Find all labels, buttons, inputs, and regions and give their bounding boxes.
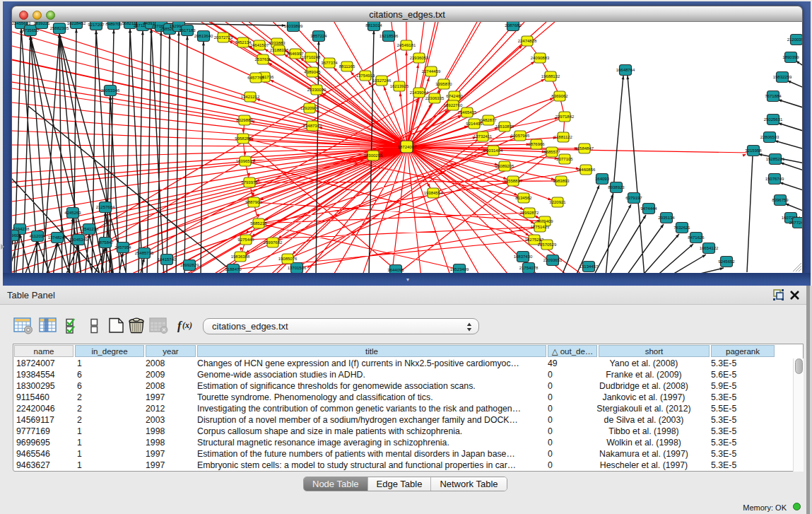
svg-text:23487347: 23487347 <box>303 124 322 128</box>
svg-text:4389045: 4389045 <box>304 70 321 74</box>
svg-text:2077105: 2077105 <box>556 157 573 161</box>
svg-text:20031404: 20031404 <box>484 148 503 153</box>
svg-text:11558837: 11558837 <box>504 179 523 183</box>
svg-text:21257684: 21257684 <box>96 205 115 209</box>
svg-text:7632621: 7632621 <box>673 226 690 230</box>
svg-text:18724007: 18724007 <box>398 145 417 149</box>
svg-text:6379197: 6379197 <box>625 196 642 200</box>
svg-text:6742460: 6742460 <box>446 94 463 98</box>
svg-text:23188315: 23188315 <box>270 48 289 52</box>
svg-text:22570529: 22570529 <box>538 243 557 247</box>
svg-text:16510878: 16510878 <box>495 124 514 129</box>
svg-text:8471626: 8471626 <box>688 235 705 240</box>
svg-text:5685216: 5685216 <box>250 221 267 226</box>
svg-text:22474828: 22474828 <box>518 39 537 43</box>
svg-text:3215958: 3215958 <box>745 148 762 153</box>
svg-text:3917183: 3917183 <box>179 28 196 33</box>
svg-text:1839221: 1839221 <box>33 22 50 25</box>
svg-text:9474444: 9474444 <box>640 206 657 211</box>
svg-text:10057945: 10057945 <box>511 134 530 138</box>
svg-text:13134457: 13134457 <box>579 264 599 269</box>
svg-text:25465435: 25465435 <box>458 110 477 115</box>
svg-text:8489709: 8489709 <box>105 22 122 26</box>
svg-text:5188470: 5188470 <box>225 267 242 271</box>
svg-text:3677374: 3677374 <box>321 61 338 65</box>
svg-text:8813014: 8813014 <box>365 23 382 28</box>
svg-text:9217207: 9217207 <box>88 23 105 27</box>
svg-text:18922760: 18922760 <box>444 103 463 107</box>
svg-text:8685577: 8685577 <box>543 150 560 154</box>
svg-text:22330030: 22330030 <box>307 88 326 92</box>
svg-text:9887903: 9887903 <box>245 200 262 204</box>
svg-text:16396513: 16396513 <box>236 159 255 163</box>
svg-text:24090883: 24090883 <box>531 56 550 60</box>
svg-text:24549181: 24549181 <box>397 43 416 47</box>
svg-text:13748244: 13748244 <box>48 235 67 240</box>
svg-text:2087682: 2087682 <box>505 23 522 28</box>
svg-text:19218506: 19218506 <box>379 34 399 38</box>
svg-text:21754078: 21754078 <box>519 266 539 270</box>
svg-text:7671884: 7671884 <box>765 94 782 98</box>
svg-text:4429607: 4429607 <box>12 233 21 238</box>
svg-text:14460856: 14460856 <box>577 168 596 172</box>
svg-text:164093: 164093 <box>595 177 610 181</box>
svg-text:21200396: 21200396 <box>787 37 803 42</box>
svg-text:19688132: 19688132 <box>541 74 560 78</box>
svg-text:19832259: 19832259 <box>773 75 792 79</box>
svg-text:3644095: 3644095 <box>387 268 404 272</box>
svg-text:20053346: 20053346 <box>101 88 120 93</box>
svg-text:25089205: 25089205 <box>495 164 514 168</box>
svg-text:6482877: 6482877 <box>480 118 497 122</box>
svg-text:3395870: 3395870 <box>435 82 452 86</box>
svg-text:16648764: 16648764 <box>616 68 635 72</box>
svg-text:22306335: 22306335 <box>425 96 445 100</box>
svg-text:1890399: 1890399 <box>782 55 799 59</box>
svg-text:13732411: 13732411 <box>473 134 493 139</box>
svg-text:12541238: 12541238 <box>80 227 99 231</box>
svg-text:2935134: 2935134 <box>658 216 675 220</box>
svg-text:10228452: 10228452 <box>67 22 86 25</box>
svg-text:19523409: 19523409 <box>450 267 469 271</box>
svg-text:10837430: 10837430 <box>514 255 533 259</box>
svg-text:19836388: 19836388 <box>231 255 250 259</box>
svg-text:22744459: 22744459 <box>422 69 441 74</box>
svg-text:19384554: 19384554 <box>424 191 443 195</box>
svg-text:8369062: 8369062 <box>551 94 568 98</box>
svg-text:4245263: 4245263 <box>64 211 81 215</box>
svg-text:2876966: 2876966 <box>528 142 545 146</box>
svg-text:20372723: 20372723 <box>214 35 233 40</box>
svg-text:(x): (x) <box>182 320 192 330</box>
svg-text:8938923: 8938923 <box>608 185 625 189</box>
svg-text:22806503: 22806503 <box>760 135 779 139</box>
svg-text:18300295: 18300295 <box>364 153 383 158</box>
svg-text:13754919: 13754919 <box>356 74 375 78</box>
svg-text:9245652: 9245652 <box>718 259 735 264</box>
svg-text:10327246: 10327246 <box>372 78 392 83</box>
svg-text:23971842: 23971842 <box>555 115 575 119</box>
svg-text:25485735: 25485735 <box>135 251 154 255</box>
svg-text:19285201: 19285201 <box>766 157 785 161</box>
svg-text:15076749: 15076749 <box>765 177 784 181</box>
svg-text:9275445: 9275445 <box>237 238 254 242</box>
svg-text:24641507: 24641507 <box>250 43 269 47</box>
svg-text:16033809: 16033809 <box>284 24 303 28</box>
svg-text:18992829: 18992829 <box>180 263 199 267</box>
svg-text:25997682: 25997682 <box>264 240 283 245</box>
svg-text:4735650: 4735650 <box>22 28 39 33</box>
svg-text:3857224: 3857224 <box>310 34 327 38</box>
svg-text:13701506: 13701506 <box>288 266 307 270</box>
svg-text:13045349: 13045349 <box>69 238 88 242</box>
svg-text:9983893: 9983893 <box>553 179 570 183</box>
svg-text:8811165: 8811165 <box>339 64 355 69</box>
svg-text:6457765: 6457765 <box>247 76 264 80</box>
svg-text:19085076: 19085076 <box>278 257 298 261</box>
svg-text:22992872: 22992872 <box>520 211 539 215</box>
svg-text:23936053: 23936053 <box>410 56 429 60</box>
svg-text:20772475: 20772475 <box>789 221 803 225</box>
svg-text:8134562: 8134562 <box>515 196 532 200</box>
svg-text:9875847: 9875847 <box>97 240 114 245</box>
svg-text:5793975: 5793975 <box>241 180 258 185</box>
svg-text:8396759: 8396759 <box>772 198 789 202</box>
svg-text:17751421: 17751421 <box>531 225 550 229</box>
svg-text:21439044: 21439044 <box>410 90 429 95</box>
